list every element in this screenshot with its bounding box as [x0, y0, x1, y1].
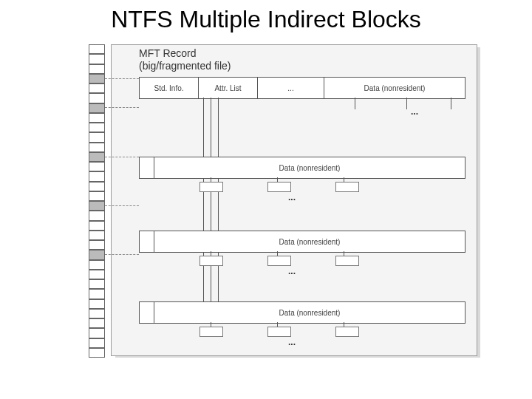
mft-slot	[89, 309, 105, 318]
mft-slot	[89, 113, 105, 123]
cell-data-nonresident: Data (nonresident)	[154, 157, 465, 178]
connector	[105, 78, 139, 79]
mft-slot	[89, 93, 105, 103]
mft-slot	[89, 83, 105, 93]
mft-slot	[89, 162, 105, 171]
connector	[105, 254, 139, 255]
cell-ellipsis: ...	[258, 78, 324, 98]
cluster-box	[267, 182, 291, 192]
mft-slot	[89, 270, 105, 279]
connector-vline	[218, 98, 219, 319]
mft-slot	[89, 191, 105, 201]
cell-data-nonresident: Data (nonresident)	[324, 78, 465, 98]
mft-slot	[89, 132, 105, 142]
cell-data-nonresident: Data (nonresident)	[154, 302, 465, 323]
connector-vline	[406, 98, 407, 109]
connector-vline	[211, 98, 211, 319]
mft-slot	[89, 279, 105, 289]
connector	[105, 205, 139, 206]
mft-slot	[89, 260, 105, 270]
mft-slot	[89, 318, 105, 328]
mft-slot	[89, 250, 105, 259]
mft-column	[89, 44, 105, 358]
cluster-box	[267, 327, 291, 337]
connector-vline	[211, 322, 211, 327]
cluster-row	[200, 327, 359, 338]
cell-data-nonresident: Data (nonresident)	[154, 231, 465, 252]
mft-slot	[89, 64, 105, 74]
ellipsis-icon: ...	[288, 337, 296, 347]
mft-record-overflow: Data (nonresident)	[139, 157, 466, 179]
ellipsis-icon: ...	[288, 266, 296, 276]
cell-std-info: Std. Info.	[140, 78, 199, 98]
mft-record-main: Std. Info. Attr. List ... Data (nonresid…	[139, 77, 466, 99]
mft-slot	[89, 54, 105, 64]
mft-slot	[89, 143, 105, 152]
diagram: MFT Record (big/fragmented file) Std. In…	[66, 44, 480, 362]
mft-slot	[89, 211, 105, 220]
cell-attr-list: Attr. List	[199, 78, 258, 98]
mft-slot	[89, 171, 105, 181]
cell-blank	[140, 231, 154, 252]
connector	[105, 107, 139, 108]
cell-blank	[140, 302, 154, 323]
connector-vline	[277, 177, 278, 182]
cluster-box	[335, 256, 359, 266]
cluster-box	[335, 327, 359, 337]
mft-slot	[89, 44, 105, 54]
mft-slot	[89, 328, 105, 338]
cluster-box	[200, 327, 223, 337]
connector-vline	[344, 322, 344, 327]
mft-record-label: MFT Record (big/fragmented file)	[139, 47, 231, 72]
mft-slot	[89, 123, 105, 132]
mft-slot	[89, 182, 105, 191]
connector-vline	[211, 251, 211, 256]
connector-vline	[355, 98, 355, 109]
cluster-box	[200, 182, 223, 192]
cluster-box	[335, 182, 359, 192]
connector-vline	[277, 322, 278, 327]
mft-slot	[89, 338, 105, 348]
mft-record-overflow: Data (nonresident)	[139, 301, 466, 324]
cluster-row	[200, 256, 359, 267]
mft-slot	[89, 152, 105, 162]
connector-vline	[203, 98, 204, 319]
mft-slot	[89, 240, 105, 250]
mft-slot	[89, 348, 105, 358]
mft-slot	[89, 231, 105, 240]
cluster-box	[267, 256, 291, 266]
connector-vline	[344, 251, 344, 256]
mft-slot	[89, 221, 105, 231]
mft-record-overflow: Data (nonresident)	[139, 231, 466, 253]
mft-slot	[89, 74, 105, 83]
ellipsis-icon: ...	[411, 106, 418, 117]
connector-vline	[277, 251, 278, 256]
connector-vline	[344, 177, 344, 182]
connector-vline	[451, 98, 451, 109]
mft-slot	[89, 289, 105, 299]
cluster-box	[200, 256, 223, 266]
ellipsis-icon: ...	[288, 192, 296, 202]
mft-slot	[89, 299, 105, 309]
cluster-row	[200, 182, 359, 194]
connector	[105, 157, 139, 157]
mft-slot	[89, 103, 105, 113]
slide-title: NTFS Multiple Indirect Blocks	[0, 0, 532, 33]
connector-vline	[211, 177, 211, 182]
mft-slot	[89, 201, 105, 211]
cell-blank	[140, 157, 154, 178]
